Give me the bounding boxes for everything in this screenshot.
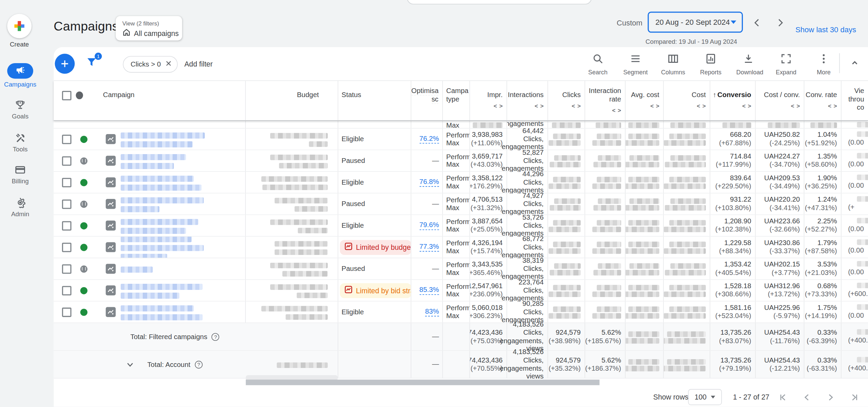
- column-header-vtc[interactable]: Viethrouco: [842, 81, 868, 120]
- compare-chevrons-icon: <>: [791, 103, 800, 109]
- filter-icon[interactable]: 1: [85, 55, 99, 70]
- sidebar-item-billing[interactable]: Billing: [0, 164, 40, 185]
- row-checkbox[interactable]: [62, 243, 72, 252]
- column-header-crate[interactable]: Conv. rate<>: [804, 81, 841, 120]
- campaign-name-cell[interactable]: [91, 193, 246, 215]
- compare-toggle[interactable]: <>: [470, 99, 502, 110]
- chevron-down-icon[interactable]: [126, 360, 135, 369]
- optimisation-score-link[interactable]: 76.2%: [419, 134, 439, 144]
- compare-toggle[interactable]: <>: [548, 99, 580, 110]
- column-header-clicks[interactable]: Clicks<>: [548, 81, 585, 120]
- campaign-name-cell[interactable]: [91, 215, 246, 236]
- sidebar-item-admin[interactable]: Admin: [0, 196, 40, 217]
- row-checkbox[interactable]: [62, 221, 72, 230]
- status-enabled-dot[interactable]: [80, 309, 87, 316]
- date-range-picker[interactable]: 20 Aug - 20 Sept 2024: [648, 12, 743, 33]
- optimisation-score-link[interactable]: 76.8%: [419, 178, 439, 187]
- select-all-checkbox[interactable]: [62, 91, 72, 100]
- optimisation-score-link[interactable]: 85.3%: [419, 286, 439, 295]
- status-paused-dot[interactable]: [80, 200, 87, 207]
- rows-per-page-select[interactable]: 100: [688, 389, 722, 405]
- column-header-type[interactable]: Campatype: [443, 81, 470, 120]
- campaign-name-cell[interactable]: [91, 150, 246, 171]
- status-badge-limited-by-budget[interactable]: Limited by budget: [340, 240, 411, 255]
- row-checkbox[interactable]: [62, 156, 72, 166]
- column-header-budget[interactable]: Budget: [246, 81, 338, 120]
- optimisation-score-link[interactable]: 79.6%: [419, 221, 439, 230]
- filter-chip-clicks[interactable]: Clicks > 0: [123, 56, 177, 73]
- status-dot-filter-icon[interactable]: [76, 91, 83, 99]
- more-action-button[interactable]: More: [811, 53, 836, 75]
- column-header-name[interactable]: Campaign: [91, 81, 246, 120]
- previous-page-button[interactable]: [802, 392, 812, 402]
- close-icon[interactable]: [165, 59, 172, 69]
- column-header-cconv[interactable]: Cost / conv.<>: [756, 81, 805, 120]
- campaign-name-cell[interactable]: [91, 301, 246, 322]
- expand-action-button[interactable]: Expand: [774, 53, 798, 75]
- column-header-avg[interactable]: Avg. cost<>: [626, 81, 664, 120]
- column-header-impr[interactable]: Impr.<>: [470, 81, 507, 120]
- next-page-button[interactable]: [825, 392, 835, 402]
- campaign-name-cell[interactable]: [91, 172, 246, 193]
- column-header-opt[interactable]: Optimisasc: [411, 81, 443, 120]
- status-cell: Eligible: [338, 129, 412, 150]
- status-enabled-dot[interactable]: [80, 222, 87, 229]
- row-checkbox[interactable]: [62, 200, 72, 209]
- compare-toggle[interactable]: <>: [710, 99, 751, 110]
- horizontal-scrollbar[interactable]: [246, 380, 599, 385]
- status-paused-dot[interactable]: [80, 157, 87, 164]
- show-last-30-days-link[interactable]: Show last 30 days: [795, 25, 856, 34]
- compare-toggle[interactable]: <>: [756, 99, 800, 110]
- row-checkbox[interactable]: [62, 286, 72, 295]
- compare-toggle[interactable]: <>: [626, 99, 659, 110]
- row-checkbox[interactable]: [62, 308, 72, 317]
- last-page-button[interactable]: [849, 392, 859, 402]
- campaign-name-cell[interactable]: [91, 280, 246, 301]
- avg-cost-cell: [626, 301, 664, 322]
- collapse-table-icon[interactable]: [848, 56, 861, 69]
- previous-period-button[interactable]: [752, 17, 763, 29]
- status-enabled-dot[interactable]: [80, 287, 87, 294]
- next-period-button[interactable]: [774, 17, 786, 29]
- first-page-button[interactable]: [779, 392, 789, 402]
- optimisation-score-link[interactable]: 77.3%: [419, 243, 439, 252]
- status-enabled-dot[interactable]: [80, 179, 87, 186]
- compare-toggle[interactable]: <>: [507, 99, 544, 110]
- column-header-inter[interactable]: Interactions<>: [507, 81, 548, 120]
- status-badge-limited-by-bid-strategy[interactable]: Limited by bid strategy: [340, 283, 411, 298]
- column-header-conv[interactable]: ↑Conversio<>: [710, 81, 756, 120]
- add-filter-button[interactable]: Add filter: [184, 60, 213, 68]
- status-enabled-dot[interactable]: [80, 135, 87, 143]
- search-bar-partial[interactable]: [407, 0, 592, 4]
- column-header-status[interactable]: Status: [338, 81, 412, 120]
- search-action-button[interactable]: Search: [586, 53, 610, 75]
- row-checkbox[interactable]: [62, 178, 72, 187]
- sidebar-item-goals[interactable]: Goals: [0, 99, 40, 120]
- status-paused-dot[interactable]: [80, 265, 87, 272]
- create-plus-icon[interactable]: [7, 14, 32, 38]
- status-enabled-dot[interactable]: [80, 244, 87, 251]
- create-button[interactable]: Create: [7, 14, 32, 48]
- view-selector[interactable]: View (2 filters) All campaigns: [116, 16, 182, 40]
- row-checkbox[interactable]: [62, 264, 72, 274]
- reports-action-button[interactable]: Reports: [698, 53, 723, 75]
- sidebar-item-campaigns[interactable]: Campaigns: [0, 63, 40, 88]
- campaign-name-cell[interactable]: [91, 129, 246, 150]
- help-icon[interactable]: ?: [212, 333, 219, 340]
- add-campaign-button[interactable]: [55, 54, 75, 74]
- segment-action-button[interactable]: Segment: [623, 53, 648, 75]
- campaign-name-cell[interactable]: [91, 121, 246, 128]
- optimisation-score-link[interactable]: 83%: [425, 308, 439, 317]
- column-header-rate[interactable]: Interactionrate<>: [585, 81, 626, 120]
- campaign-name-cell[interactable]: [91, 237, 246, 258]
- column-header-cost[interactable]: Cost<>: [664, 81, 710, 120]
- columns-action-button[interactable]: Columns: [661, 53, 685, 75]
- help-icon[interactable]: ?: [195, 360, 203, 368]
- download-action-button[interactable]: Download: [736, 53, 761, 75]
- row-checkbox[interactable]: [62, 135, 72, 144]
- compare-toggle[interactable]: <>: [585, 104, 621, 114]
- compare-toggle[interactable]: <>: [804, 99, 837, 110]
- compare-toggle[interactable]: <>: [664, 99, 706, 110]
- campaign-name-cell[interactable]: [91, 258, 246, 279]
- sidebar-item-tools[interactable]: Tools: [0, 131, 40, 152]
